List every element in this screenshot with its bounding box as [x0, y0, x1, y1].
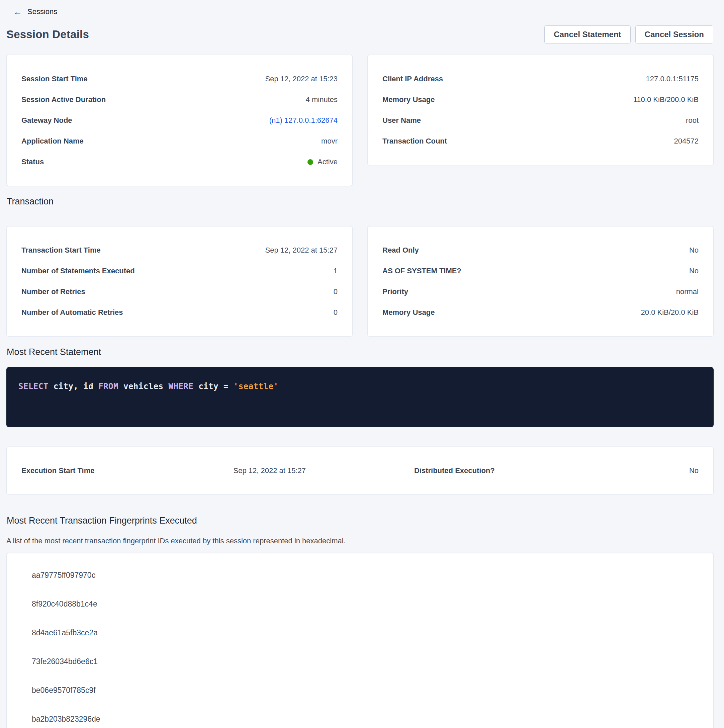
row-value: 1 — [334, 267, 338, 275]
back-arrow-icon: ← — [14, 8, 22, 16]
row-value: 4 minutes — [306, 95, 338, 104]
sql-text: city, id — [49, 382, 99, 391]
status-value: Active — [317, 158, 338, 166]
row-value: Sep 12, 2022 at 15:27 — [234, 466, 306, 475]
sql-keyword: WHERE — [168, 382, 194, 391]
row-label: Distributed Execution? — [414, 466, 495, 475]
row-label: Session Start Time — [21, 75, 88, 83]
status-row: Status Active — [21, 151, 338, 172]
row-label: Application Name — [21, 137, 84, 145]
row-value: root — [686, 116, 699, 125]
most-recent-statement-heading: Most Recent Statement — [6, 347, 713, 357]
row-value: No — [689, 246, 699, 255]
sql-statement-text: SELECT city, id FROM vehicles WHERE city… — [18, 382, 702, 391]
transaction-cards-row: Transaction Start Time Sep 12, 2022 at 1… — [6, 226, 713, 336]
read-only-row: Read Only No — [383, 240, 699, 261]
row-label: User Name — [383, 116, 421, 125]
session-summary-card-right: Client IP Address 127.0.0.1:51175 Memory… — [367, 55, 713, 165]
status-badge: Active — [308, 158, 338, 166]
row-value: No — [689, 267, 699, 275]
user-name-row: User Name root — [383, 110, 699, 131]
row-label: Number of Retries — [21, 288, 85, 296]
session-summary-row: Session Start Time Sep 12, 2022 at 15:23… — [6, 55, 713, 186]
fingerprints-card: aa79775ff097970c 8f920c40d88b1c4e 8d4ae6… — [6, 553, 713, 728]
transaction-count-row: Transaction Count 204572 — [383, 131, 699, 151]
row-value: Sep 12, 2022 at 15:27 — [265, 246, 338, 255]
row-label: Transaction Count — [383, 137, 447, 145]
statements-executed-row: Number of Statements Executed 1 — [21, 261, 338, 281]
row-label: Priority — [383, 288, 408, 296]
row-label: Read Only — [383, 246, 419, 255]
gateway-node-row: Gateway Node (n1) 127.0.0.1:62674 — [21, 110, 338, 131]
transaction-section-heading: Transaction — [6, 196, 713, 207]
row-value: 127.0.0.1:51175 — [646, 75, 699, 83]
row-label: Memory Usage — [383, 308, 435, 317]
sql-statement-block: SELECT city, id FROM vehicles WHERE city… — [6, 367, 713, 427]
sql-keyword: SELECT — [18, 382, 49, 391]
session-summary-card-left: Session Start Time Sep 12, 2022 at 15:23… — [6, 55, 353, 186]
back-to-sessions-link[interactable]: ← Sessions — [6, 6, 57, 17]
row-value: 20.0 KiB/20.0 KiB — [641, 308, 699, 317]
fingerprint-list-item: aa79775ff097970c — [7, 561, 713, 589]
row-label: Transaction Start Time — [21, 246, 101, 255]
session-start-time-row: Session Start Time Sep 12, 2022 at 15:23 — [21, 69, 338, 89]
memory-usage-row: Memory Usage 110.0 KiB/200.0 KiB — [383, 89, 699, 110]
session-details-page: ← Sessions Session Details Cancel Statem… — [0, 0, 724, 728]
execution-start-time-item: Execution Start Time Sep 12, 2022 at 15:… — [21, 466, 306, 475]
row-label: Session Active Duration — [21, 95, 106, 104]
transaction-card-right: Read Only No AS OF SYSTEM TIME? No Prior… — [367, 226, 713, 336]
row-value: 0 — [334, 288, 338, 296]
fingerprint-list-item: 8d4ae61a5fb3ce2a — [7, 618, 713, 647]
row-label: AS OF SYSTEM TIME? — [383, 267, 461, 275]
row-label: Gateway Node — [21, 116, 72, 125]
sql-text: city = — [193, 382, 234, 391]
fingerprint-list-item: ba2b203b823296de — [7, 705, 713, 728]
cancel-statement-button[interactable]: Cancel Statement — [544, 25, 630, 43]
client-ip-row: Client IP Address 127.0.0.1:51175 — [383, 69, 699, 89]
as-of-system-time-row: AS OF SYSTEM TIME? No — [383, 261, 699, 281]
fingerprints-section-heading: Most Recent Transaction Fingerprints Exe… — [6, 515, 713, 526]
fingerprint-list-item: 73fe26034bd6e6c1 — [7, 647, 713, 676]
page-title: Session Details — [6, 28, 89, 41]
fingerprint-list-item: 8f920c40d88b1c4e — [7, 589, 713, 618]
row-value: normal — [676, 288, 699, 296]
row-label: Client IP Address — [383, 75, 443, 83]
sql-text: vehicles — [118, 382, 168, 391]
header-buttons: Cancel Statement Cancel Session — [544, 25, 713, 43]
row-value: Sep 12, 2022 at 15:23 — [265, 75, 338, 83]
transaction-card-left: Transaction Start Time Sep 12, 2022 at 1… — [6, 226, 353, 336]
row-label: Memory Usage — [383, 95, 435, 104]
back-link-label: Sessions — [28, 8, 57, 16]
application-name-row: Application Name movr — [21, 131, 338, 151]
gateway-node-link[interactable]: (n1) 127.0.0.1:62674 — [269, 116, 338, 125]
sql-keyword: FROM — [98, 382, 118, 391]
row-label: Number of Statements Executed — [21, 267, 135, 275]
row-label: Execution Start Time — [21, 466, 94, 475]
execution-summary-card: Execution Start Time Sep 12, 2022 at 15:… — [6, 447, 713, 494]
fingerprint-list-item: be06e9570f785c9f — [7, 676, 713, 705]
fingerprints-description: A list of the most recent transaction fi… — [6, 536, 713, 546]
txn-memory-usage-row: Memory Usage 20.0 KiB/20.0 KiB — [383, 302, 699, 323]
status-active-dot-icon — [308, 159, 313, 165]
priority-row: Priority normal — [383, 281, 699, 302]
retries-row: Number of Retries 0 — [21, 281, 338, 302]
page-header: Session Details Cancel Statement Cancel … — [6, 25, 713, 43]
session-active-duration-row: Session Active Duration 4 minutes — [21, 89, 338, 110]
cancel-session-button[interactable]: Cancel Session — [635, 25, 713, 43]
row-label: Number of Automatic Retries — [21, 308, 123, 317]
row-label: Status — [21, 158, 44, 166]
transaction-start-time-row: Transaction Start Time Sep 12, 2022 at 1… — [21, 240, 338, 261]
row-value: No — [689, 466, 699, 475]
distributed-execution-item: Distributed Execution? No — [414, 466, 699, 475]
row-value: 204572 — [674, 137, 699, 145]
automatic-retries-row: Number of Automatic Retries 0 — [21, 302, 338, 323]
row-value: movr — [321, 137, 338, 145]
row-value: 0 — [334, 308, 338, 317]
sql-string-literal: 'seattle' — [234, 382, 279, 391]
row-value: 110.0 KiB/200.0 KiB — [633, 95, 699, 104]
